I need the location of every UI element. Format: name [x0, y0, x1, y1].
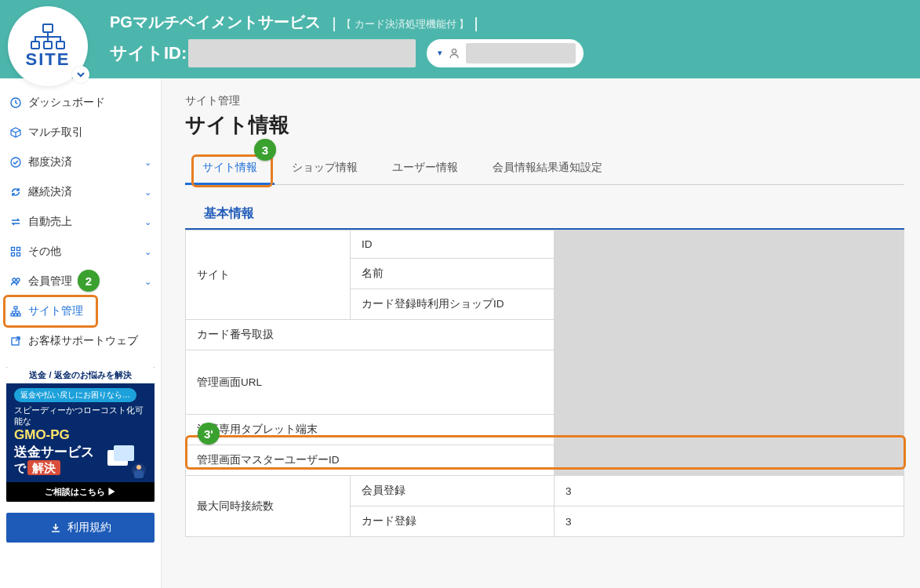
cell-master-user-value	[555, 445, 904, 476]
sidebar-item-other[interactable]: その他 ⌄	[0, 237, 161, 267]
sidebar-item-label: お客様サポートウェブ	[28, 334, 138, 348]
sidebar-item-auto-sales[interactable]: 自動売上 ⌄	[0, 207, 161, 237]
cell-max-conn-card-label: カード登録	[351, 506, 555, 537]
site-logo[interactable]: SITE	[8, 6, 88, 86]
swap-icon	[9, 216, 22, 228]
chevron-down-icon: ⌄	[144, 277, 151, 287]
promo-banner[interactable]: 送金 / 返金のお悩みを解決 返金や払い戻しにお困りなら… スピーディーかつロー…	[6, 367, 155, 502]
sitemap-icon	[9, 305, 22, 318]
section-title: 基本情報	[185, 205, 904, 230]
promo-line: スピーディーかつローコスト化可能な	[14, 405, 147, 427]
sidebar-item-multi-trans[interactable]: マルチ取引	[0, 118, 161, 147]
svg-point-21	[136, 465, 141, 470]
logo-text: SITE	[26, 49, 71, 70]
cell-card-handling-label: カード番号取扱	[186, 320, 555, 350]
svg-rect-19	[114, 445, 134, 461]
sidebar-item-dashboard[interactable]: ダッシュボード	[0, 88, 161, 118]
tab-label: ショップ情報	[292, 161, 358, 173]
svg-rect-2	[44, 42, 52, 49]
cell-site-name-label: 名前	[351, 259, 555, 289]
service-sub: 【 カード決済処理機能付 】	[333, 17, 477, 31]
svg-rect-8	[17, 248, 20, 251]
svg-rect-3	[56, 42, 64, 49]
table-row: カード番号取扱	[186, 320, 904, 350]
user-name-value	[466, 43, 576, 64]
sitemap-icon	[28, 23, 67, 51]
sidebar-item-recurring[interactable]: 継続決済 ⌄	[0, 177, 161, 207]
svg-rect-13	[14, 307, 17, 309]
svg-rect-22	[134, 470, 144, 478]
promo-cta[interactable]: ご相談はこちら ▶	[6, 482, 155, 502]
site-id-value	[188, 39, 416, 67]
cell-tablet-value	[555, 415, 904, 445]
external-link-icon	[9, 335, 22, 347]
annotation-marker-3p: 3'	[198, 423, 220, 445]
table-row: 管理画面マスターユーザーID	[186, 445, 904, 476]
user-menu[interactable]: ▾	[427, 39, 584, 67]
cell-site-id-value	[555, 230, 904, 259]
cell-shop-id-label: カード登録時利用ショップID	[351, 289, 555, 320]
cell-card-handling-value	[555, 320, 904, 350]
site-id-label: サイトID:	[110, 42, 187, 65]
table-row: 管理画面URL	[186, 350, 904, 415]
breadcrumb: サイト管理	[185, 94, 904, 108]
tab-shop-info[interactable]: ショップ情報	[275, 150, 375, 184]
svg-rect-9	[12, 253, 15, 256]
logo-chevron[interactable]	[72, 66, 89, 83]
promo-pill: 返金や払い戻しにお困りなら…	[14, 388, 136, 402]
tab-label: サイト情報	[202, 161, 257, 173]
grid-icon	[9, 245, 22, 258]
table-row: 決済専用タブレット端末	[186, 415, 904, 445]
main-content: サイト管理 サイト情報 サイト情報 ショップ情報 ユーザー情報 会員情報結果通知…	[162, 78, 920, 588]
svg-point-4	[453, 49, 456, 53]
clock-icon	[9, 96, 22, 109]
sidebar-item-members[interactable]: 会員管理 ⌄ 2	[0, 267, 161, 296]
tab-member-notify[interactable]: 会員情報結果通知設定	[475, 150, 620, 184]
tab-user-info[interactable]: ユーザー情報	[375, 150, 475, 184]
chevron-down-icon: ⌄	[144, 217, 151, 227]
sidebar-item-label: その他	[28, 245, 61, 259]
users-icon	[9, 275, 22, 288]
refresh-icon	[9, 186, 22, 198]
sidebar: ダッシュボード マルチ取引 都度決済 ⌄ 継続決済 ⌄ 自動売上 ⌄ その他 ⌄	[0, 78, 162, 588]
chevron-down-icon: ⌄	[144, 187, 151, 198]
svg-rect-16	[18, 314, 21, 316]
sidebar-item-label: サイト管理	[28, 304, 83, 318]
download-icon	[50, 522, 61, 533]
sidebar-item-each-payment[interactable]: 都度決済 ⌄	[0, 147, 161, 177]
service-name: PGマルチペイメントサービス	[110, 12, 321, 33]
tab-label: 会員情報結果通知設定	[493, 161, 602, 173]
svg-rect-0	[43, 24, 53, 32]
cell-max-conn-member-value: 3	[555, 476, 904, 506]
table-row: サイト ID	[186, 230, 904, 259]
chevron-down-icon	[77, 71, 85, 78]
person-icon	[449, 48, 460, 59]
cell-admin-url-label: 管理画面URL	[186, 350, 555, 415]
svg-point-12	[16, 278, 20, 281]
svg-rect-7	[12, 248, 15, 251]
promo-brand: GMO-PG	[14, 427, 147, 443]
chevron-down-icon: ▾	[438, 48, 442, 58]
sidebar-item-site-admin[interactable]: サイト管理	[0, 296, 161, 326]
check-badge-icon	[9, 156, 22, 169]
cell-site-name-value	[555, 259, 904, 289]
chevron-down-icon: ⌄	[144, 247, 151, 257]
svg-rect-1	[31, 42, 39, 49]
app-header: SITE PGマルチペイメントサービス 【 カード決済処理機能付 】 サイトID…	[0, 0, 920, 78]
sidebar-item-label: ダッシュボード	[28, 96, 105, 110]
sidebar-item-label: 会員管理	[28, 274, 72, 289]
tab-label: ユーザー情報	[392, 161, 458, 173]
page-title: サイト情報	[185, 111, 904, 139]
sidebar-item-label: 継続決済	[28, 185, 72, 199]
svg-rect-10	[17, 253, 20, 256]
cell-max-conn-card-value: 3	[555, 506, 904, 537]
terms-button[interactable]: 利用規約	[6, 513, 155, 543]
cell-master-user-label: 管理画面マスターユーザーID	[186, 445, 555, 476]
cube-icon	[9, 126, 22, 139]
annotation-marker-3: 3	[254, 139, 276, 161]
svg-rect-14	[11, 314, 14, 316]
svg-rect-15	[14, 314, 17, 316]
sidebar-item-label: 自動売上	[28, 215, 72, 229]
cell-shop-id-value	[555, 289, 904, 320]
sidebar-item-support[interactable]: お客様サポートウェブ	[0, 326, 161, 356]
